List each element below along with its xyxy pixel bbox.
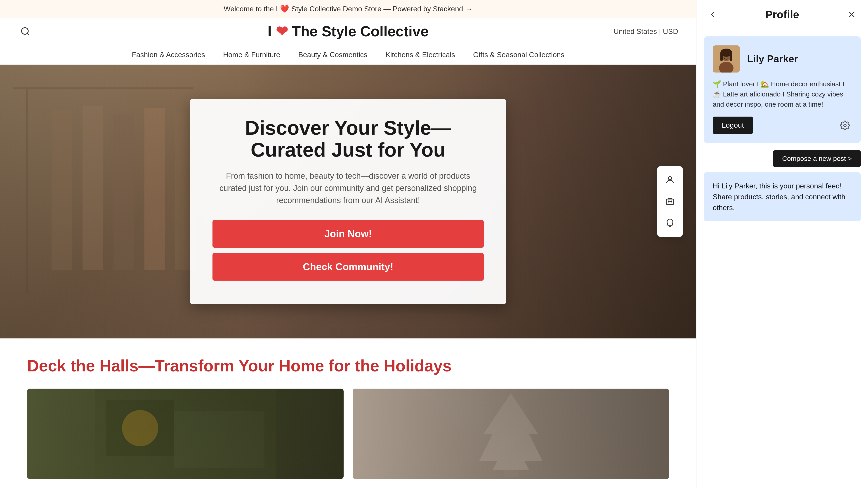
settings-gear-button[interactable] [838, 119, 852, 132]
svg-rect-14 [106, 400, 174, 456]
hero-subtitle: From fashion to home, beauty to tech—dis… [213, 170, 484, 206]
floating-icons-panel [657, 166, 683, 237]
section-image-1 [27, 389, 344, 479]
panel-close-button[interactable] [844, 7, 859, 22]
svg-line-1 [27, 33, 29, 35]
svg-rect-6 [114, 115, 134, 270]
logout-button[interactable]: Logout [713, 117, 753, 134]
hero-card: Discover Your Style—Curated Just for You… [190, 99, 506, 304]
locale-selector[interactable]: United States | USD [614, 27, 678, 36]
svg-rect-26 [730, 52, 732, 61]
svg-point-28 [727, 55, 729, 57]
check-community-button[interactable]: Check Community! [213, 253, 484, 281]
svg-rect-18 [504, 470, 518, 477]
join-now-button[interactable]: Join Now! [213, 220, 484, 248]
svg-rect-5 [83, 106, 103, 270]
svg-marker-17 [479, 393, 542, 470]
panel-title: Profile [765, 8, 799, 21]
store-logo: I ❤ The Style Collective [268, 23, 429, 40]
section-image-2 [352, 389, 669, 479]
store-header: I ❤ The Style Collective United States |… [0, 18, 696, 45]
store-area: Welcome to the I ❤️ Style Collective Dem… [0, 0, 696, 488]
nav-item-fashion[interactable]: Fashion & Accessories [132, 51, 205, 59]
logo-heart: ❤ [276, 23, 292, 39]
logo-name: The Style Collective [292, 23, 429, 39]
compose-button[interactable]: Compose a new post > [773, 150, 861, 167]
compose-row: Compose a new post > [696, 150, 868, 172]
svg-rect-25 [720, 52, 723, 61]
nav-item-gifts[interactable]: Gifts & Seasonal Collections [473, 51, 564, 59]
search-button[interactable] [18, 24, 33, 39]
profile-card: Lily Parker 🌱 Plant lover I 🏡 Home decor… [704, 36, 861, 143]
nav-item-kitchens[interactable]: Kitchens & Electricals [385, 51, 455, 59]
announcement-text-before: Welcome to the I [224, 5, 278, 13]
nav-bar: Fashion & Accessories Home & Furniture B… [0, 45, 696, 65]
panel-header: Profile [696, 0, 868, 29]
announcement-arrow[interactable]: → [465, 5, 472, 13]
logo-prefix: I [268, 23, 272, 39]
svg-rect-7 [145, 108, 165, 270]
svg-rect-16 [174, 411, 265, 468]
alert-float-icon[interactable] [661, 214, 679, 232]
svg-rect-4 [52, 110, 72, 270]
announcement-text-after: Style Collective Demo Store — Powered by… [291, 5, 463, 13]
nav-item-home[interactable]: Home & Furniture [223, 51, 280, 59]
svg-rect-2 [26, 88, 28, 293]
svg-point-27 [724, 55, 725, 57]
hero-section: Discover Your Style—Curated Just for You… [0, 65, 696, 338]
section-title: Deck the Halls—Transform Your Home for t… [27, 357, 669, 375]
header-right: United States | USD [614, 27, 678, 36]
svg-rect-10 [666, 199, 674, 204]
svg-rect-13 [95, 389, 276, 479]
svg-point-11 [668, 201, 670, 202]
profile-float-icon[interactable] [661, 171, 679, 189]
announcement-bar: Welcome to the I ❤️ Style Collective Dem… [0, 0, 696, 18]
profile-name: Lily Parker [747, 53, 798, 65]
profile-panel: Profile [696, 0, 868, 488]
nav-item-beauty[interactable]: Beauty & Cosmentics [298, 51, 367, 59]
announcement-heart: ❤️ [280, 4, 289, 13]
svg-point-29 [844, 124, 846, 127]
avatar [713, 45, 740, 72]
profile-actions: Logout [713, 117, 852, 134]
hero-title: Discover Your Style—Curated Just for You [213, 117, 484, 161]
panel-back-button[interactable] [706, 7, 720, 22]
profile-bio: 🌱 Plant lover I 🏡 Home decor enthusiast … [713, 79, 852, 109]
ai-float-icon[interactable] [661, 193, 679, 210]
section-images [27, 389, 669, 479]
svg-rect-3 [13, 88, 193, 89]
svg-point-9 [669, 176, 672, 180]
svg-point-15 [122, 410, 158, 446]
feed-message: Hi Lily Parker, this is your personal fe… [704, 172, 861, 221]
svg-point-12 [671, 201, 672, 202]
profile-info-row: Lily Parker [713, 45, 852, 72]
bottom-section: Deck the Halls—Transform Your Home for t… [0, 338, 696, 488]
header-left [18, 24, 33, 39]
